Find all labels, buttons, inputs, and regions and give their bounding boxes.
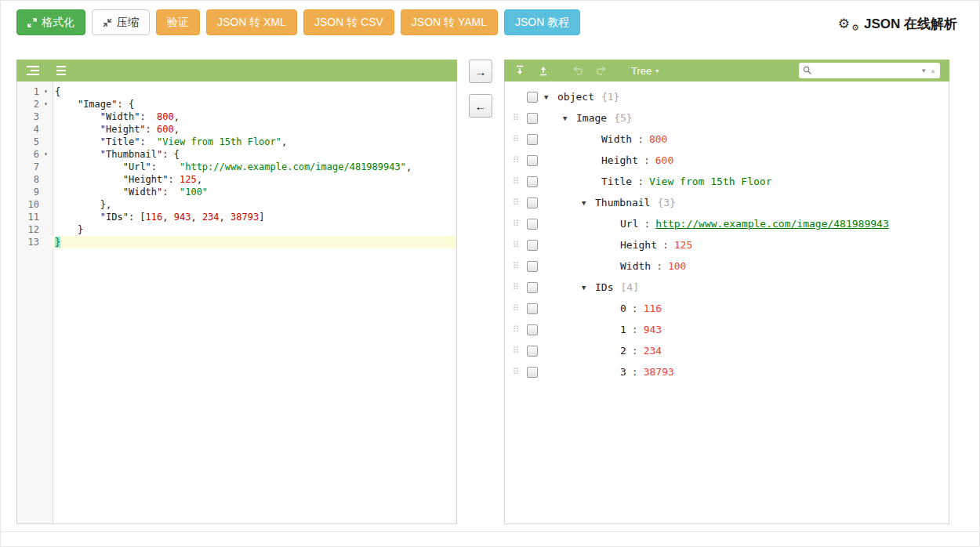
fold-arrow-icon[interactable]: ▾	[39, 85, 53, 98]
row-menu-button[interactable]	[527, 219, 538, 230]
drag-handle-icon[interactable]: ⠿	[513, 176, 527, 187]
fold-arrow-icon[interactable]: ▾	[39, 98, 53, 110]
drag-handle-icon[interactable]: ⠿	[513, 261, 527, 271]
tree-value[interactable]: 800	[649, 133, 667, 145]
json-tutorial-button[interactable]: JSON 教程	[504, 9, 580, 35]
tree-field[interactable]: Thumbnail	[595, 197, 650, 208]
drag-handle-icon[interactable]: ⠿	[513, 240, 527, 250]
tree-field[interactable]: 0	[620, 302, 626, 314]
drag-handle-icon[interactable]: ⠿	[513, 219, 527, 229]
collapse-triangle-icon[interactable]: ▼	[582, 199, 595, 207]
tree-field[interactable]: 3	[620, 366, 626, 378]
tree-field[interactable]: Title	[601, 176, 632, 187]
indent-spacer	[544, 287, 582, 288]
editor-line-9[interactable]: 9 "Width": "100"	[17, 186, 456, 198]
editor-line-13[interactable]: 13}	[17, 236, 456, 248]
collapse-triangle-icon[interactable]: ▼	[563, 114, 576, 122]
transfer-right-button[interactable]: →	[469, 60, 492, 83]
drag-handle-icon[interactable]: ⠿	[513, 113, 527, 123]
collapse-all-icon[interactable]	[535, 63, 551, 78]
editor-line-8[interactable]: 8 "Height": 125,	[17, 173, 456, 186]
undo-icon[interactable]	[570, 63, 586, 78]
json-to-xml-button[interactable]: JSON 转 XML	[206, 9, 297, 35]
redo-icon[interactable]	[593, 63, 609, 78]
tree-field[interactable]: Width	[620, 260, 651, 272]
tree-field[interactable]: 2	[620, 345, 626, 357]
tree-value[interactable]: http://www.example.com/image/481989943	[655, 218, 888, 230]
line-number: 10	[17, 198, 39, 211]
row-menu-button[interactable]	[527, 240, 538, 251]
tree-value[interactable]: View from 15th Floor	[649, 176, 772, 187]
editor-line-1[interactable]: 1▾{	[17, 85, 456, 98]
json-to-csv-button[interactable]: JSON 转 CSV	[303, 9, 394, 35]
row-menu-button[interactable]	[527, 367, 538, 378]
tree-field[interactable]: 1	[620, 324, 626, 335]
tree-value[interactable]: 100	[668, 260, 686, 272]
editor-line-12[interactable]: 12 }	[17, 223, 456, 236]
search-next-icon[interactable]: ▼	[920, 67, 927, 74]
tree-row-1: ⠿1:943	[505, 319, 949, 340]
collapse-triangle-icon[interactable]: ▼	[582, 284, 595, 292]
tree-field[interactable]: Height	[601, 154, 638, 166]
tree-field[interactable]: Url	[620, 218, 638, 230]
compact-code-icon[interactable]	[53, 63, 70, 78]
row-menu-button[interactable]	[527, 346, 538, 357]
row-menu-button[interactable]	[527, 282, 538, 293]
row-menu-button[interactable]	[527, 324, 538, 335]
compress-button[interactable]: 压缩	[92, 9, 150, 35]
search-input[interactable]	[815, 65, 917, 76]
editor-line-11[interactable]: 11 "IDs": [116, 943, 234, 38793]	[17, 211, 456, 223]
validate-button[interactable]: 验证	[156, 9, 200, 35]
row-menu-button[interactable]	[527, 134, 538, 145]
tree-field[interactable]: Width	[601, 133, 632, 145]
tree-value[interactable]: 943	[644, 324, 662, 335]
search-prev-icon[interactable]: ▲	[930, 67, 936, 74]
format-code-icon[interactable]	[24, 63, 42, 78]
expand-all-icon[interactable]	[512, 63, 528, 78]
drag-handle-icon[interactable]: ⠿	[513, 324, 527, 335]
row-menu-button[interactable]	[527, 176, 538, 187]
tree-value[interactable]: 38793	[644, 366, 674, 378]
code-text: }	[53, 223, 456, 236]
editor-line-2[interactable]: 2▾ "Image": {	[17, 98, 456, 110]
drag-handle-icon[interactable]: ⠿	[513, 197, 527, 208]
row-menu-button[interactable]	[527, 113, 538, 124]
drag-handle-icon[interactable]: ⠿	[513, 155, 527, 165]
tree-value[interactable]: 600	[655, 154, 673, 166]
editor-line-6[interactable]: 6▾ "Thumbnail": {	[17, 148, 456, 161]
format-button[interactable]: 格式化	[16, 9, 85, 35]
editor-line-10[interactable]: 10 },	[17, 198, 456, 211]
json-to-yaml-button[interactable]: JSON 转 YAML	[401, 9, 498, 35]
fold-arrow-icon[interactable]: ▾	[39, 148, 53, 161]
field-value-separator: :	[632, 302, 638, 314]
tree-field[interactable]: Height	[620, 239, 657, 251]
tree-value[interactable]: 116	[644, 302, 662, 314]
transfer-left-button[interactable]: ←	[469, 94, 492, 118]
tree-value[interactable]: 234	[644, 345, 662, 357]
editor-line-3[interactable]: 3 "Width": 800,	[17, 110, 456, 123]
editor-line-5[interactable]: 5 "Title": "View from 15th Floor",	[17, 136, 456, 148]
editor-line-4[interactable]: 4 "Height": 600,	[17, 123, 456, 136]
tree-field[interactable]: object	[557, 91, 594, 103]
row-menu-button[interactable]	[527, 197, 538, 208]
drag-handle-icon[interactable]: ⠿	[513, 367, 527, 377]
row-menu-button[interactable]	[527, 155, 538, 166]
json-parser-page: 格式化 压缩 验证 JSON 转 XML JSON 转 CSV JSON 转 Y…	[0, 0, 980, 547]
tree-value[interactable]: 125	[674, 239, 692, 251]
editor-line-7[interactable]: 7 "Url": "http://www.example.com/image/4…	[17, 161, 456, 173]
row-menu-button[interactable]	[527, 261, 538, 272]
code-editor[interactable]: 1▾{2▾ "Image": {3 "Width": 800,4 "Height…	[16, 82, 457, 524]
fold-gutter	[39, 161, 53, 173]
drag-handle-icon[interactable]: ⠿	[513, 282, 527, 292]
drag-handle-icon[interactable]: ⠿	[513, 134, 527, 144]
collapse-triangle-icon[interactable]: ▼	[544, 93, 557, 101]
code-text: "Image": {	[53, 98, 456, 110]
tree-field[interactable]: IDs	[595, 281, 613, 293]
drag-handle-icon[interactable]: ⠿	[513, 303, 527, 313]
row-menu-button[interactable]	[527, 303, 538, 314]
tree-field[interactable]: Image	[576, 112, 607, 124]
tree-mode-dropdown[interactable]: Tree ▾	[631, 65, 659, 77]
row-menu-button[interactable]	[527, 92, 538, 103]
drag-handle-icon[interactable]: ⠿	[513, 346, 527, 356]
tree-row-object: ▼object{1}	[505, 86, 949, 107]
